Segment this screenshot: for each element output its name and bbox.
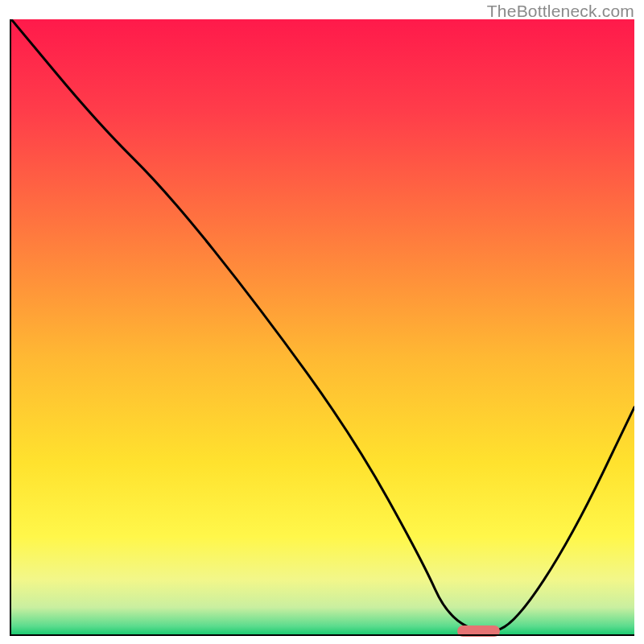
- y-axis: [10, 19, 11, 635]
- bottleneck-curve: [11, 19, 634, 635]
- watermark-text: TheBottleneck.com: [487, 2, 634, 21]
- plot-area: [11, 19, 634, 635]
- chart-container: TheBottleneck.com: [0, 0, 644, 644]
- x-axis: [10, 634, 634, 636]
